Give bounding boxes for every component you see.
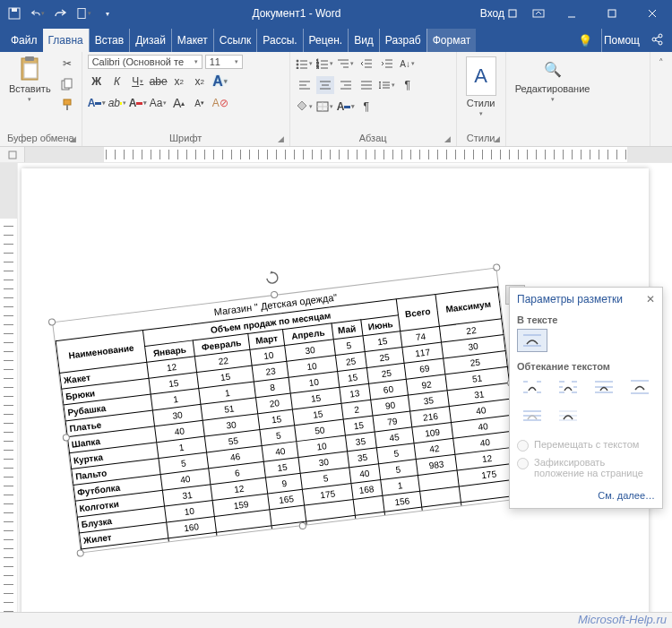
copy-icon[interactable] [58, 75, 76, 93]
pilcrow-icon[interactable]: ¶ [358, 98, 375, 116]
document-area[interactable]: Магазин " Детская одежда" НаименованиеОб… [0, 163, 672, 612]
maximize-button[interactable] [591, 0, 632, 27]
font-color-fill-icon[interactable]: A [88, 94, 106, 112]
ribbon-tabs: Файл Главна Встав Дизай Макет Ссылк Расс… [0, 27, 672, 52]
numbering-icon[interactable]: 123 [316, 55, 334, 73]
clear-formatting-icon[interactable]: A⊘ [211, 94, 229, 112]
wrap-tight-button[interactable] [553, 375, 583, 399]
align-right-icon[interactable] [337, 76, 355, 94]
tab-insert[interactable]: Встав [89, 29, 129, 52]
editing-button[interactable]: 🔍 Редактирование ▾ [512, 55, 594, 105]
new-doc-icon[interactable] [77, 6, 91, 21]
resize-handle[interactable] [493, 263, 501, 271]
shading-icon[interactable] [296, 98, 314, 116]
wrap-topbottom-button[interactable] [625, 375, 655, 399]
wrap-behind-button[interactable] [517, 404, 547, 427]
strike-button[interactable]: abe [150, 73, 168, 90]
dialog-launcher-icon[interactable]: ◢ [70, 134, 76, 143]
tab-view[interactable]: Вид [348, 29, 379, 52]
increase-indent-icon[interactable] [378, 55, 396, 73]
align-center-icon[interactable] [316, 76, 334, 94]
dialog-launcher-icon[interactable]: ◢ [278, 134, 284, 143]
font-color-icon[interactable]: A [129, 94, 147, 112]
wrap-through-button[interactable] [589, 375, 619, 399]
collapse-ribbon-icon[interactable]: ˄ [650, 52, 672, 146]
tab-help[interactable]: Помощ [601, 29, 642, 52]
svg-rect-60 [9, 151, 16, 159]
tab-home[interactable]: Главна [43, 29, 89, 52]
italic-button[interactable]: К [108, 73, 126, 90]
undo-icon[interactable] [30, 6, 45, 21]
decrease-indent-icon[interactable] [358, 55, 375, 73]
minimize-button[interactable] [551, 0, 591, 27]
tab-developer[interactable]: Разраб [379, 29, 426, 52]
group-paragraph: 123 A↓ ¶ A ¶ Абзац◢ [290, 52, 457, 146]
line-spacing-icon[interactable] [378, 76, 396, 94]
tab-format[interactable]: Формат [426, 29, 477, 52]
ruler-corner[interactable] [0, 147, 25, 162]
sort-icon[interactable]: A↓ [399, 55, 417, 73]
clipboard-icon [17, 56, 42, 82]
group-clipboard-label: Буфер обмена [7, 133, 74, 143]
dialog-launcher-icon[interactable]: ◢ [444, 134, 451, 143]
text-effects-icon[interactable]: A [211, 73, 229, 90]
vertical-ruler[interactable] [0, 163, 18, 612]
see-more-link[interactable]: См. далее… [510, 486, 662, 508]
search-icon: 🔍 [540, 56, 565, 82]
wrap-front-button[interactable] [553, 404, 583, 427]
tell-me-icon[interactable]: 💡 [578, 34, 592, 47]
tab-layout[interactable]: Макет [171, 29, 213, 52]
group-styles: A Стили ▾ Стили◢ [457, 52, 506, 146]
superscript-button[interactable]: x2 [191, 73, 209, 90]
format-painter-icon[interactable] [58, 96, 76, 114]
selected-object-frame[interactable]: Магазин " Детская одежда" НаименованиеОб… [52, 268, 525, 554]
quick-access-toolbar: ▾ [0, 6, 122, 21]
justify-icon[interactable] [358, 76, 375, 94]
grow-font-button[interactable]: A▴ [170, 94, 188, 112]
align-left-icon[interactable] [296, 76, 314, 94]
multilevel-icon[interactable] [337, 55, 355, 73]
svg-point-21 [297, 60, 298, 62]
shrink-font-button[interactable]: A▾ [191, 94, 209, 112]
wrap-inline-button[interactable] [517, 329, 547, 352]
subscript-button[interactable]: x2 [170, 73, 188, 90]
underline-button[interactable]: Ч [129, 73, 147, 90]
section-wrap-label: Обтекание текстом [517, 361, 655, 372]
ribbon-options-icon[interactable] [531, 6, 546, 21]
change-case-button[interactable]: Aa [150, 94, 168, 112]
highlight-icon[interactable]: ab [108, 94, 126, 112]
status-bar [0, 612, 672, 628]
qat-customize-icon[interactable]: ▾ [100, 6, 115, 21]
redo-icon[interactable] [54, 6, 68, 21]
dialog-launcher-icon[interactable]: ◢ [494, 134, 500, 143]
styles-button[interactable]: A Стили ▾ [462, 55, 500, 119]
close-button[interactable] [632, 0, 672, 27]
borders-icon[interactable] [316, 98, 334, 116]
rotate-handle-icon[interactable] [264, 270, 280, 286]
bold-button[interactable]: Ж [88, 73, 106, 90]
tab-design[interactable]: Дизай [129, 29, 171, 52]
bullets-icon[interactable] [296, 55, 314, 73]
svg-rect-1 [12, 8, 17, 12]
tab-mailings[interactable]: Рассы. [256, 29, 302, 52]
resize-handle[interactable] [76, 549, 84, 557]
tab-references[interactable]: Ссылк [213, 29, 257, 52]
svg-point-23 [297, 64, 298, 65]
font-size-combo[interactable]: 11▾ [205, 55, 243, 69]
paste-button[interactable]: Вставить ▾ [5, 55, 55, 105]
save-icon[interactable] [7, 6, 22, 21]
ribbon: Вставить ▾ ✂ Буфер обмена◢ Calibri (Осно… [0, 52, 672, 147]
horizontal-ruler[interactable] [0, 147, 672, 163]
share-icon[interactable] [650, 33, 663, 48]
wrap-square-button[interactable] [517, 375, 547, 399]
close-icon[interactable]: ✕ [646, 293, 655, 305]
shading-color-icon[interactable]: A [337, 98, 355, 116]
cut-icon[interactable]: ✂ [58, 55, 76, 73]
group-clipboard: Вставить ▾ ✂ Буфер обмена◢ [0, 52, 82, 146]
tab-file[interactable]: Файл [5, 29, 43, 52]
tab-review[interactable]: Рецен. [303, 29, 349, 52]
font-name-combo[interactable]: Calibri (Основной те▾ [88, 55, 202, 69]
show-marks-icon[interactable]: ¶ [399, 76, 417, 94]
sign-in-button[interactable]: Вход [471, 7, 526, 20]
resize-handle[interactable] [298, 522, 306, 530]
